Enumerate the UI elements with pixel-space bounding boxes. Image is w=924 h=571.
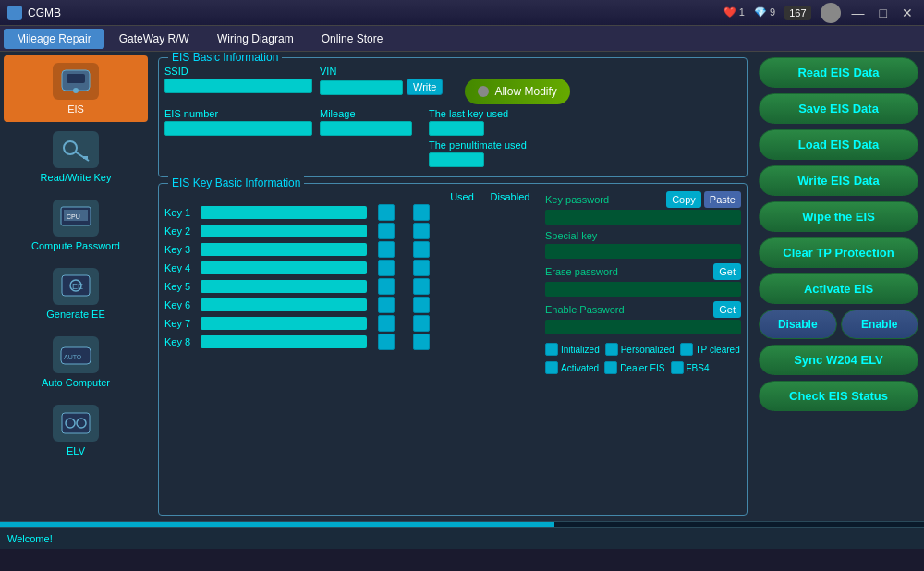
penultimate-field: The penultimate used (429, 140, 527, 167)
dealer-eis-checkbox[interactable] (604, 361, 617, 374)
svg-text:CPU: CPU (67, 213, 80, 220)
key-bar-2 (201, 225, 367, 237)
ssid-input[interactable] (164, 79, 312, 93)
used-header: Used (438, 191, 486, 202)
key-disabled-5[interactable] (413, 278, 430, 295)
allow-modify-button[interactable]: Allow Modify (465, 79, 569, 104)
status-personalized: Personalized (605, 343, 675, 356)
minimize-button[interactable]: — (848, 6, 869, 20)
lower-section: EIS Key Basic Information Used Disabled … (158, 183, 748, 516)
key-used-3[interactable] (378, 241, 395, 258)
key-icon (53, 131, 99, 168)
key-disabled-2[interactable] (413, 223, 430, 239)
disable-button[interactable]: Disable (759, 310, 837, 339)
key-label-4: Key 4 (164, 262, 197, 273)
clear-tp-button[interactable]: Clear TP Protection (759, 237, 918, 268)
heart-icon: ❤️ 1 (723, 6, 745, 18)
key-password-header: Key password Copy Paste (545, 191, 741, 208)
compute-icon: CPU (53, 200, 99, 237)
menu-store[interactable]: Online Store (309, 29, 396, 49)
last-key-field: The last key used (429, 108, 527, 136)
write-button[interactable]: Write (407, 79, 443, 95)
key-row-5: Key 5 (164, 278, 538, 295)
enable-get-button[interactable]: Get (713, 301, 741, 318)
key-disabled-7[interactable] (413, 315, 430, 332)
key-used-8[interactable] (378, 334, 395, 350)
key-label-3: Key 3 (164, 244, 197, 255)
key-label-7: Key 7 (164, 318, 197, 329)
sidebar-item-elv[interactable]: ELV (4, 397, 148, 464)
allow-modify-container: Allow Modify (465, 79, 569, 104)
key-disabled-8[interactable] (413, 334, 430, 350)
wipe-eis-button[interactable]: Wipe the EIS (759, 201, 918, 232)
eis-row-1: SSID VIN Write Allow Modify (164, 66, 741, 104)
key-label-5: Key 5 (164, 281, 197, 292)
close-button[interactable]: ✕ (898, 6, 917, 20)
penultimate-label: The penultimate used (429, 140, 527, 151)
mileage-input[interactable] (320, 121, 412, 136)
menu-mileage-repair[interactable]: Mileage Repair (4, 29, 104, 49)
sidebar-item-auto-computer[interactable]: AUTO Auto Computer (4, 329, 148, 395)
key-used-7[interactable] (378, 315, 395, 332)
key-used-4[interactable] (378, 260, 395, 276)
main-layout: EIS Read/Write Key CPU Compute Password (0, 52, 924, 521)
check-eis-button[interactable]: Check EIS Status (759, 381, 918, 411)
counter-box: 167 (784, 6, 810, 20)
enable-password-label: Enable Password (545, 304, 625, 315)
last-key-input[interactable] (429, 121, 484, 136)
svg-text:EE: EE (72, 282, 83, 291)
activated-checkbox[interactable] (545, 361, 558, 374)
vin-label: VIN (320, 66, 443, 77)
eis-number-input[interactable] (164, 121, 312, 136)
fbs4-checkbox[interactable] (671, 361, 684, 374)
key-label-6: Key 6 (164, 299, 197, 310)
erase-password-input[interactable] (545, 282, 741, 297)
sync-elv-button[interactable]: Sync W204 ELV (759, 345, 918, 375)
svg-point-2 (73, 88, 79, 93)
app-icon (7, 6, 22, 20)
key-disabled-1[interactable] (413, 204, 430, 221)
key-disabled-6[interactable] (413, 297, 430, 313)
key-label-8: Key 8 (164, 336, 197, 347)
tp-cleared-checkbox[interactable] (680, 343, 693, 356)
save-eis-button[interactable]: Save EIS Data (759, 93, 918, 124)
erase-get-button[interactable]: Get (713, 263, 741, 280)
read-eis-button[interactable]: Read EIS Data (759, 57, 918, 88)
key-used-6[interactable] (378, 297, 395, 313)
key-disabled-4[interactable] (413, 260, 430, 276)
status-activated: Activated (545, 361, 599, 374)
sidebar-item-generate-ee[interactable]: EE Generate EE (4, 261, 148, 327)
sidebar-item-eis[interactable]: EIS (4, 55, 148, 122)
sidebar-item-compute-password[interactable]: CPU Compute Password (4, 192, 148, 259)
ssid-field: SSID (164, 66, 312, 93)
menu-gateway[interactable]: GateWay R/W (106, 29, 202, 49)
title-bar-left: CGMB (7, 6, 61, 20)
special-key-input[interactable] (545, 244, 741, 259)
activate-eis-button[interactable]: Activate EIS (759, 273, 918, 304)
load-eis-button[interactable]: Load EIS Data (759, 129, 918, 160)
auto-icon: AUTO (53, 336, 99, 373)
sidebar-label-auto: Auto Computer (42, 377, 110, 388)
key-used-5[interactable] (378, 278, 395, 295)
enable-password-input[interactable] (545, 320, 741, 334)
vin-input[interactable] (320, 80, 403, 95)
key-used-fields: The last key used The penultimate used (429, 108, 527, 167)
sidebar-item-read-write-key[interactable]: Read/Write Key (4, 124, 148, 190)
copy-button[interactable]: Copy (666, 191, 701, 208)
status-bar: Welcome! (0, 527, 924, 549)
key-password-section: Key password Copy Paste (545, 191, 741, 225)
personalized-checkbox[interactable] (605, 343, 618, 356)
enable-button[interactable]: Enable (841, 310, 919, 339)
key-used-1[interactable] (378, 204, 395, 221)
initialized-checkbox[interactable] (545, 343, 558, 356)
dealer-eis-label: Dealer EIS (620, 363, 664, 373)
write-eis-button[interactable]: Write EIS Data (759, 165, 918, 196)
key-disabled-3[interactable] (413, 241, 430, 258)
maximize-button[interactable]: □ (876, 6, 891, 20)
key-bar-4 (201, 261, 367, 274)
paste-button[interactable]: Paste (704, 191, 741, 208)
key-used-2[interactable] (378, 223, 395, 239)
key-password-input[interactable] (545, 210, 741, 225)
menu-wiring[interactable]: Wiring Diagram (204, 29, 307, 49)
penultimate-input[interactable] (429, 152, 484, 167)
